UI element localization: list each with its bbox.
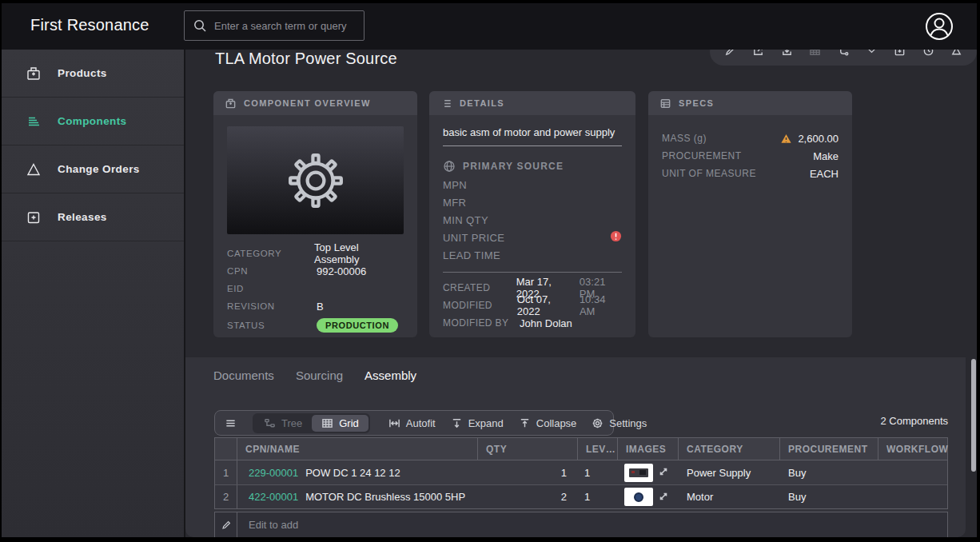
status-badge: PRODUCTION xyxy=(317,318,398,333)
table-header: CPN/NAME QTY LEV… IMAGES CATEGORY PROCUR… xyxy=(214,437,948,460)
component-overview-card: COMPONENT OVERVIEW xyxy=(213,91,417,337)
tree-icon xyxy=(264,417,276,429)
sidebar-item-releases[interactable]: Releases xyxy=(2,193,184,241)
cpn-link[interactable]: 422-00001 xyxy=(249,491,298,503)
col-workflow[interactable]: WORKFLOW S xyxy=(878,438,949,460)
view-toggle: Tree Grid xyxy=(253,413,370,433)
sidebar: Products Components Change Orders Releas… xyxy=(2,50,185,537)
grid-toolbar: Tree Grid Autofit Expand xyxy=(214,410,614,436)
grid-view-button[interactable]: Grid xyxy=(312,415,368,432)
col-cpn-name[interactable]: CPN/NAME xyxy=(237,438,478,460)
cpn-link[interactable]: 229-00001 xyxy=(249,467,298,479)
edit-to-add-field[interactable]: Edit to add xyxy=(237,519,947,531)
card-title: COMPONENT OVERVIEW xyxy=(244,98,371,108)
card-title: SPECS xyxy=(679,98,714,108)
spec-unit-of-measure: UNIT OF MEASURE EACH xyxy=(662,165,839,182)
table-icon xyxy=(659,98,671,110)
motor-thumbnail[interactable] xyxy=(624,488,653,506)
package-icon xyxy=(225,98,237,110)
card-title: DETAILS xyxy=(460,98,504,108)
field-eid: EID xyxy=(227,280,404,297)
assembly-panel: Documents Sourcing Assembly Tree Grid xyxy=(185,357,966,537)
expand-button[interactable]: Expand xyxy=(447,415,508,432)
col-qty[interactable]: QTY xyxy=(478,438,578,460)
tab-sourcing[interactable]: Sourcing xyxy=(296,369,343,382)
col-category[interactable]: CATEGORY xyxy=(679,438,780,460)
collapse-button[interactable]: Collapse xyxy=(515,415,581,432)
error-icon[interactable] xyxy=(610,230,622,245)
search-input[interactable] xyxy=(214,20,356,32)
menu-button[interactable] xyxy=(223,415,238,432)
details-card: DETAILS basic asm of motor and power sup… xyxy=(429,91,635,337)
box-plus-icon xyxy=(26,209,42,225)
tree-view-button[interactable]: Tree xyxy=(254,415,312,432)
assembly-table: CPN/NAME QTY LEV… IMAGES CATEGORY PROCUR… xyxy=(214,437,948,537)
power-supply-thumbnail[interactable] xyxy=(624,464,653,482)
sidebar-item-components[interactable]: Components xyxy=(2,98,184,145)
collapse-icon xyxy=(519,417,531,429)
field-mpn: MPN xyxy=(443,176,622,193)
components-count: 2 Components xyxy=(880,415,948,427)
tab-assembly[interactable]: Assembly xyxy=(365,369,416,382)
table-row[interactable]: 1 229-00001 POW DC 1 24 12 12 1 1 Power … xyxy=(215,460,947,484)
main-content: TLA Motor Power Source COMPONENT OVERVIE… xyxy=(185,50,977,537)
tab-documents[interactable]: Documents xyxy=(213,369,274,382)
hamburger-icon xyxy=(225,417,237,429)
field-mfr: MFR xyxy=(443,193,622,211)
component-image-placeholder[interactable] xyxy=(227,126,404,234)
pencil-icon[interactable] xyxy=(215,512,237,537)
autofit-icon xyxy=(388,417,400,429)
expand-image-icon[interactable] xyxy=(659,490,668,504)
package-icon xyxy=(26,66,42,82)
field-lead-time: LEAD TIME xyxy=(443,246,622,264)
col-level[interactable]: LEV… xyxy=(578,438,618,460)
gear-icon xyxy=(285,149,347,212)
field-status: STATUS PRODUCTION xyxy=(227,315,404,336)
field-min-qty: MIN QTY xyxy=(443,211,622,229)
field-category: CATEGORY Top Level Assembly xyxy=(227,245,404,262)
autofit-button[interactable]: Autofit xyxy=(384,415,440,432)
warning-icon[interactable] xyxy=(780,133,792,145)
col-procurement[interactable]: PROCUREMENT xyxy=(780,438,878,460)
sidebar-item-change-orders[interactable]: Change Orders xyxy=(2,145,184,193)
specs-card: SPECS MASS (g) 2,600.00 PROCUREMENT Make… xyxy=(648,91,852,337)
layers-icon xyxy=(26,114,42,130)
globe-icon xyxy=(443,160,456,173)
page-title: TLA Motor Power Source xyxy=(215,50,397,68)
app-logo[interactable]: First Resonance xyxy=(30,16,149,34)
add-component-row[interactable]: Edit to add xyxy=(214,512,948,537)
grid-icon xyxy=(321,417,333,429)
list-icon xyxy=(440,98,452,110)
spec-mass: MASS (g) 2,600.00 xyxy=(662,130,839,147)
divider xyxy=(443,272,622,273)
field-revision: REVISION B xyxy=(227,297,404,315)
meta-modified: MODIFIED Oct 07, 2022 10:34 AM xyxy=(443,297,622,314)
sidebar-item-products[interactable]: Products xyxy=(2,50,184,98)
app-frame: TLA Motor Power Source COMPONENT OVERVIE… xyxy=(2,3,977,537)
delta-icon xyxy=(26,161,42,177)
expand-image-icon[interactable] xyxy=(659,465,668,480)
search-icon xyxy=(193,18,207,33)
field-unit-price: UNIT PRICE xyxy=(443,229,622,246)
top-bar: First Resonance xyxy=(2,3,977,50)
component-description[interactable]: basic asm of motor and power supply xyxy=(443,126,622,146)
gear-icon xyxy=(592,417,604,429)
settings-button[interactable]: Settings xyxy=(588,415,651,432)
expand-icon xyxy=(451,417,463,429)
user-avatar[interactable] xyxy=(924,11,954,42)
primary-source-header: PRIMARY SOURCE xyxy=(443,157,622,176)
table-row[interactable]: 2 422-00001 MOTOR DC Brushless 15000 5HP… xyxy=(215,484,947,508)
vertical-scrollbar[interactable] xyxy=(971,359,976,472)
app-window: TLA Motor Power Source COMPONENT OVERVIE… xyxy=(0,0,980,542)
col-images[interactable]: IMAGES xyxy=(618,438,679,460)
search-box[interactable] xyxy=(184,10,365,41)
spec-procurement: PROCUREMENT Make xyxy=(662,147,839,165)
detail-tabs: Documents Sourcing Assembly xyxy=(213,369,416,382)
